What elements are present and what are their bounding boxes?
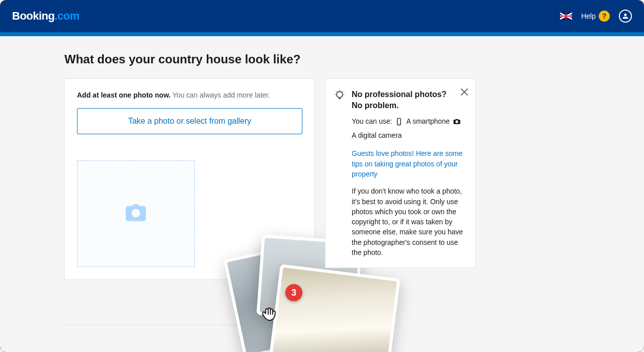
photo-tips-link[interactable]: Guests love photos! Here are some tips o… — [352, 148, 467, 179]
profile-button[interactable] — [619, 10, 632, 23]
help-badge-icon: ? — [599, 11, 610, 22]
smartphone-icon — [395, 118, 403, 126]
tip-body: You can use: A smartphone A digital came… — [334, 116, 467, 258]
instruction-rest: You can always add more later. — [171, 91, 270, 99]
grab-cursor-icon — [259, 304, 277, 322]
page-content: What does your country house look like? … — [0, 36, 644, 341]
svg-point-0 — [337, 92, 343, 98]
brand-name-a: Booking — [12, 10, 55, 22]
help-label: Help — [581, 12, 596, 20]
close-tip-button[interactable] — [460, 88, 468, 98]
bottom-divider — [64, 325, 315, 325]
camera-small-icon — [453, 118, 461, 126]
app-header: Booking.com Help ? — [0, 0, 644, 32]
columns: Add at least one photo now. You can alwa… — [64, 78, 580, 325]
photo-dropzone[interactable] — [77, 160, 195, 267]
tip-card: No professional photos? No problem. You … — [325, 78, 476, 268]
device-a-label: A smartphone — [406, 116, 449, 128]
page-title: What does your country house look like? — [64, 52, 580, 66]
upload-card: Add at least one photo now. You can alwa… — [64, 78, 315, 280]
user-icon — [621, 12, 629, 20]
instruction-strong: Add at least one photo now. — [77, 91, 171, 99]
left-column: Add at least one photo now. You can alwa… — [64, 78, 315, 325]
close-icon — [460, 88, 468, 96]
photo-count-badge: 3 — [285, 284, 302, 301]
header-right: Help ? — [560, 10, 632, 23]
brand-logo[interactable]: Booking.com — [12, 10, 79, 23]
stack-photo-3 — [269, 264, 400, 352]
stack-photo-1 — [223, 242, 328, 352]
copyright-note: If you don't know who took a photo, it's… — [352, 186, 467, 257]
upload-instruction: Add at least one photo now. You can alwa… — [77, 91, 302, 99]
help-link[interactable]: Help ? — [581, 11, 610, 22]
take-photo-button[interactable]: Take a photo or select from gallery — [77, 108, 302, 134]
lightbulb-icon — [334, 89, 346, 112]
tip-header: No professional photos? No problem. — [334, 89, 467, 112]
you-can-use-label: You can use: — [352, 116, 392, 128]
device-b-label: A digital camera — [352, 130, 402, 142]
svg-point-2 — [399, 124, 399, 124]
language-flag-icon[interactable] — [560, 12, 572, 20]
devices-line: You can use: A smartphone A digital came… — [352, 116, 467, 142]
accent-strip — [0, 32, 644, 36]
tip-title: No professional photos? No problem. — [352, 89, 447, 112]
brand-name-b: .com — [55, 10, 79, 22]
camera-icon — [126, 204, 146, 223]
